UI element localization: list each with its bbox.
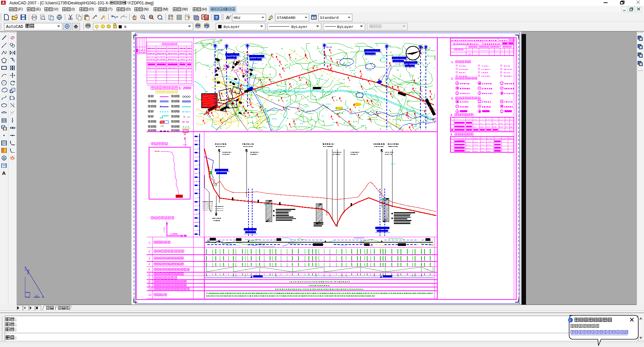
svg-text:(D): (D) <box>125 7 130 11</box>
svg-text:1:100: 1:100 <box>163 227 165 232</box>
svg-text:(N): (N) <box>143 7 148 11</box>
svg-text:AutoCAD: AutoCAD <box>6 25 23 29</box>
svg-text:A: A <box>226 14 230 20</box>
svg-text:1: 1 <box>148 241 150 244</box>
svg-text:(F): (F) <box>18 7 23 11</box>
svg-text:AutoCAD 2007 - [C:\Users\1735\: AutoCAD 2007 - [C:\Users\1735\Desktop\H1… <box>9 1 110 5</box>
svg-text:3.: 3. <box>451 97 453 100</box>
svg-text:(O): (O) <box>88 7 94 11</box>
svg-text:ByLayer: ByLayer <box>224 25 240 29</box>
svg-text:3: 3 <box>148 256 150 260</box>
svg-text::: : <box>15 322 17 327</box>
svg-text:(T): (T) <box>108 7 112 11</box>
svg-text:(E): (E) <box>36 7 41 11</box>
svg-text:(M): (M) <box>163 7 168 11</box>
svg-text:4: 4 <box>148 262 150 266</box>
svg-text:?: ? <box>215 15 218 20</box>
svg-text:5: 5 <box>148 267 150 271</box>
svg-text:5.: 5. <box>450 133 453 136</box>
svg-text:2: 2 <box>148 249 150 253</box>
svg-text:Standard: Standard <box>320 15 339 20</box>
svg-text:8: 8 <box>148 280 150 283</box>
svg-text:11: 11 <box>148 293 152 296</box>
svg-text::: : <box>15 317 17 322</box>
svg-text:ByLayer: ByLayer <box>291 25 308 29</box>
svg-text:(W): (W) <box>182 7 188 11</box>
svg-text:A: A <box>2 1 5 5</box>
svg-text:7: 7 <box>148 276 150 280</box>
svg-text:1.: 1. <box>451 60 453 64</box>
svg-text:STANDARD: STANDARD <box>277 15 295 20</box>
svg-text:A: A <box>2 170 6 176</box>
svg-text:(V): (V) <box>53 7 58 11</box>
svg-text:ByLayer: ByLayer <box>337 25 353 29</box>
svg-text:4.: 4. <box>450 113 453 117</box>
svg-text:10: 10 <box>148 287 152 291</box>
svg-text:1: 2000: 1: 2000 <box>179 86 191 90</box>
svg-text:9: 9 <box>148 283 150 287</box>
svg-text:(H): (H) <box>202 7 207 11</box>
svg-text:\YZDP01.dwg]: \YZDP01.dwg] <box>127 1 153 5</box>
svg-text:i: i <box>569 318 570 322</box>
svg-text::: : <box>15 336 17 340</box>
svg-text:2.: 2. <box>451 77 453 80</box>
svg-text:(I): (I) <box>71 7 75 11</box>
svg-text:Hbz: Hbz <box>234 15 241 20</box>
svg-text:6: 6 <box>148 272 150 276</box>
svg-text:1:2000: 1:2000 <box>170 233 178 235</box>
svg-text:0: 0 <box>124 25 126 29</box>
svg-text::: : <box>15 327 17 332</box>
svg-text:...: ... <box>623 330 626 335</box>
